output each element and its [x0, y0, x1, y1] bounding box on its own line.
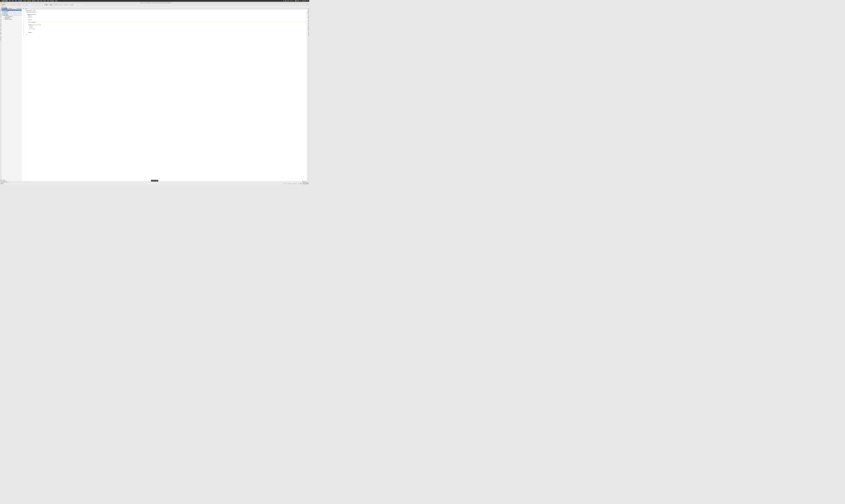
- save-all-icon[interactable]: 💾: [2, 4, 4, 5]
- cut-icon[interactable]: ✂: [11, 4, 13, 5]
- jrebel-run-icon[interactable]: ↻: [49, 4, 50, 5]
- structure-icon[interactable]: ☷: [64, 4, 66, 5]
- left-tool-2-favorites[interactable]: 2: Favorites: [0, 22, 1, 28]
- tree-item-external-libraries[interactable]: ▸External Libraries: [2, 18, 21, 20]
- left-tool-7-structure[interactable]: 7: Structure: [0, 13, 1, 18]
- left-tool-web[interactable]: Web: [0, 28, 1, 31]
- menu-analyze[interactable]: Analyze: [27, 0, 31, 1]
- build-icon[interactable]: ⇊: [26, 4, 28, 5]
- left-tool-1-project[interactable]: 1: Project: [0, 8, 1, 13]
- right-tool-ant-build[interactable]: Ant Build: [308, 32, 309, 36]
- settings-icon[interactable]: ⚙: [66, 4, 67, 5]
- undo-icon[interactable]: ↶: [6, 4, 8, 5]
- warning-marker[interactable]: [307, 13, 307, 13]
- menu-file[interactable]: File: [9, 0, 11, 1]
- breadcrumb-root[interactable]: nav-admin 〉: [1, 6, 9, 7]
- window-close-button[interactable]: [1, 2, 2, 3]
- run-configuration-selector[interactable]: ⚙ nav-admin-web [tomcat7:run] ▾: [29, 4, 44, 5]
- code-editor[interactable]: 12345678910111213141516171819 class Sele…: [22, 11, 307, 181]
- status-encoding[interactable]: UTF-8:: [288, 183, 291, 184]
- stop-icon[interactable]: ■: [52, 4, 53, 5]
- status-input-lang[interactable]: EN: [287, 0, 289, 1]
- status-caret-position[interactable]: 9:9: [284, 183, 285, 184]
- menu-refactor[interactable]: Refactor: [32, 0, 36, 1]
- app-name[interactable]: IntelliJ IDEA: [2, 0, 8, 1]
- menu-vcs[interactable]: VCS: [47, 0, 49, 1]
- code-line-19[interactable]: }: [26, 35, 307, 36]
- nav-back-icon[interactable]: ←: [21, 4, 23, 5]
- status-inspection-icon[interactable]: 👤: [300, 183, 301, 184]
- left-tool-learn[interactable]: Learn: [0, 19, 1, 22]
- status-memory[interactable]: 266 of 725M: [303, 183, 309, 184]
- crumb-class[interactable]: SelectionDemo: [25, 10, 32, 11]
- right-tool-maven-projects[interactable]: Maven Projects: [308, 8, 309, 15]
- left-tool-jrebel[interactable]: JRebel: [0, 32, 1, 35]
- tree-item-nav-front[interactable]: ▸nav-front~/my_code_space/git_code/multi…: [2, 12, 21, 13]
- task-selector[interactable]: Default task ▾: [74, 4, 83, 5]
- find-icon[interactable]: 🔍: [17, 4, 19, 5]
- project-view-tab-packages[interactable]: Packages: [7, 8, 13, 9]
- window-minimize-button[interactable]: [2, 2, 3, 3]
- status-record-icon[interactable]: ◉: [283, 0, 284, 1]
- hide-panel-icon[interactable]: →|: [20, 8, 22, 9]
- status-tool-window-icon[interactable]: ▢: [1, 183, 2, 184]
- right-tool-jsf[interactable]: JSF: [308, 22, 309, 25]
- menu-code[interactable]: Code: [23, 0, 26, 1]
- open-icon[interactable]: 📂: [1, 4, 2, 5]
- crumb-method[interactable]: fib(): [33, 10, 36, 11]
- run-coverage-icon[interactable]: ▶: [47, 4, 49, 5]
- window-zoom-button[interactable]: [4, 2, 5, 3]
- status-clock[interactable]: 周五10:19: [302, 0, 306, 2]
- menu-build[interactable]: Build: [37, 0, 39, 1]
- status-wifi-icon[interactable]: 📶: [295, 0, 296, 1]
- bottom-tool-spring[interactable]: Spring: [1, 183, 8, 184]
- vcs-diff-icon[interactable]: ⧉: [60, 4, 61, 5]
- menu-tools[interactable]: Tools: [43, 0, 46, 1]
- vcs-revert-icon[interactable]: ↶: [61, 4, 63, 5]
- redo-icon[interactable]: ↷: [8, 4, 10, 5]
- editor-tab-learning[interactable]: C Learning ×: [22, 8, 30, 10]
- replace-icon[interactable]: 🔍: [19, 4, 20, 5]
- tree-item-nav-admin[interactable]: ▸nav-admin~/my_code_space/git_code/multi…: [2, 10, 21, 11]
- status-lock-icon[interactable]: 🔒: [298, 183, 299, 184]
- tree-item-nav-commons[interactable]: ▸nav-commons~/my_code_space/git_code/mul…: [2, 11, 21, 12]
- project-view-tab-project[interactable]: Project: [2, 8, 7, 9]
- error-stripe[interactable]: [307, 11, 307, 181]
- vcs-history-icon[interactable]: 🕘: [58, 4, 59, 5]
- jrebel-icon[interactable]: ▦: [71, 4, 73, 5]
- nav-forward-icon[interactable]: →: [23, 4, 25, 5]
- vcs-commit-icon[interactable]: VCS↑: [56, 4, 58, 5]
- status-menu-bars-icon[interactable]: ☰: [292, 0, 293, 1]
- spotlight-icon[interactable]: 🔍: [307, 0, 308, 1]
- status-git-branch[interactable]: Git: master:: [293, 183, 297, 184]
- menu-navigate[interactable]: Navigate: [18, 0, 22, 1]
- bottom-tool-jrebel-console[interactable]: JRebel Console: [302, 182, 309, 183]
- right-tool-database[interactable]: Database: [308, 15, 309, 20]
- copy-icon[interactable]: ⧉: [13, 4, 14, 5]
- run-icon[interactable]: ▶: [44, 4, 45, 5]
- help-icon[interactable]: ?: [68, 4, 70, 5]
- warning-marker[interactable]: [307, 14, 307, 15]
- right-tool-bean-validation[interactable]: Bean Validation: [308, 25, 309, 32]
- menu-window[interactable]: Window: [50, 0, 54, 1]
- jrebel-debug-icon[interactable]: 🐞: [50, 4, 52, 5]
- status-line-ending[interactable]: LF:: [286, 183, 287, 184]
- left-tool-persistence[interactable]: Persistence: [0, 36, 1, 41]
- tree-item-nav-parent[interactable]: ▸nav-parent~/my_code_space/git_code/mult…: [2, 13, 21, 15]
- status-notification-icon[interactable]: 🔔: [285, 0, 286, 1]
- menu-view[interactable]: View: [15, 0, 17, 1]
- right-tool-ddl[interactable]: DDL: [308, 19, 309, 22]
- status-menu-more-icon[interactable]: ⋯: [293, 0, 294, 1]
- sync-icon[interactable]: ⟳: [4, 4, 5, 5]
- menu-run[interactable]: Run: [40, 0, 42, 1]
- status-battery[interactable]: 99%: [298, 0, 299, 1]
- debug-icon[interactable]: 🐞: [46, 4, 47, 5]
- search-everywhere-icon[interactable]: 🔍: [307, 4, 309, 5]
- status-menu-extra-icon[interactable]: ⧉: [290, 0, 291, 1]
- close-tab-icon[interactable]: ×: [29, 8, 29, 9]
- status-sogou-icon[interactable]: S: [300, 0, 301, 1]
- menu-help[interactable]: Help: [55, 0, 57, 1]
- menu-edit[interactable]: Edit: [12, 0, 14, 1]
- paste-icon[interactable]: 📋: [14, 4, 16, 5]
- tree-item-nav-statistics[interactable]: ▸nav-statistics~/my_code_space/git_code/…: [2, 15, 21, 16]
